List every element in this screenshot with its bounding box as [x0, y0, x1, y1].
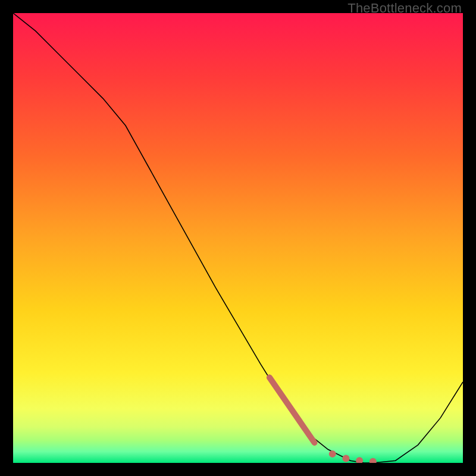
- watermark-text: TheBottleneck.com: [347, 1, 462, 16]
- highlight-dash-dot-2: [342, 455, 349, 462]
- outer-frame: TheBottleneck.com: [0, 0, 476, 476]
- highlight-dash-dot-1: [329, 450, 336, 458]
- chart-svg: [13, 13, 463, 463]
- plot-area: [13, 13, 463, 463]
- gradient-background: [13, 13, 463, 463]
